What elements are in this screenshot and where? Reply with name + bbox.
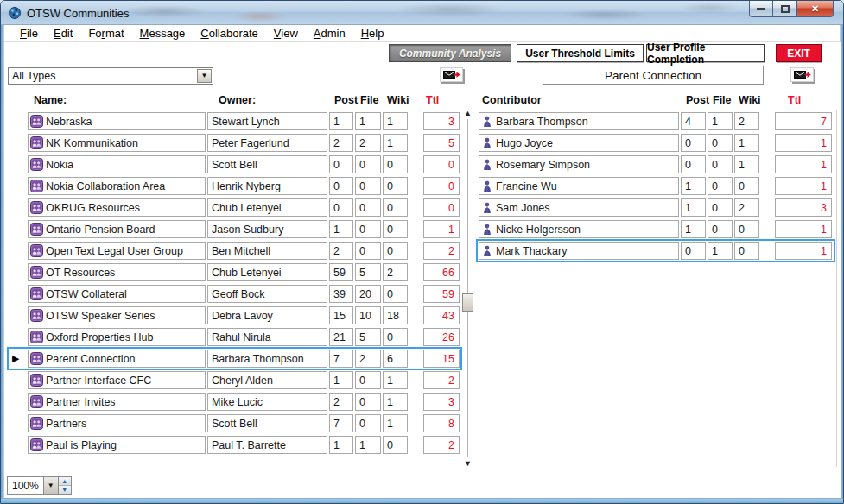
contributor-row[interactable]: Mark Thackary 0 1 0 1 bbox=[479, 242, 833, 260]
community-row[interactable]: Nokia Scott Bell 0 0 0 0 bbox=[10, 155, 460, 173]
header-wiki: Wiki bbox=[734, 94, 759, 106]
wiki-cell: 0 bbox=[383, 328, 408, 346]
zoom-dropdown-button[interactable]: ▼ bbox=[43, 477, 58, 494]
post-cell: 39 bbox=[329, 285, 353, 303]
contributor-row[interactable]: Hugo Joyce 0 0 1 1 bbox=[479, 134, 833, 152]
wiki-cell: 0 bbox=[734, 242, 759, 260]
wiki-cell: 0 bbox=[383, 285, 408, 303]
total-cell: 26 bbox=[423, 328, 460, 346]
total-cell: 59 bbox=[423, 285, 460, 303]
community-row[interactable]: ▶ Parent Connection Barbara Thompson 7 2… bbox=[10, 350, 460, 368]
post-cell: 2 bbox=[329, 393, 353, 411]
community-row[interactable]: Partner Invites Mike Lucic 2 0 1 3 bbox=[10, 393, 460, 411]
contributor-row[interactable]: Nicke Holgersson 1 0 0 1 bbox=[479, 220, 833, 238]
communities-scrollbar[interactable]: ▲ ▼ bbox=[461, 109, 474, 468]
post-cell: 21 bbox=[329, 328, 353, 346]
menu-help[interactable]: Help bbox=[353, 27, 392, 40]
send-mail-left-button[interactable] bbox=[440, 67, 463, 82]
file-cell: 0 bbox=[355, 414, 381, 432]
minimize-button[interactable] bbox=[749, 1, 773, 17]
community-row[interactable]: Partners Scott Bell 7 0 1 8 bbox=[10, 414, 460, 432]
community-row[interactable]: OTSW Collateral Geoff Bock 39 20 0 59 bbox=[10, 285, 460, 303]
community-row[interactable]: Oxford Properties Hub Rahul Nirula 21 5 … bbox=[10, 328, 460, 346]
wiki-cell: 1 bbox=[734, 155, 759, 173]
owner-cell: Barbara Thompson bbox=[207, 350, 327, 368]
menu-admin[interactable]: Admin bbox=[306, 27, 353, 40]
type-filter-combobox[interactable]: All Types ▼ bbox=[8, 67, 213, 85]
file-cell: 0 bbox=[708, 220, 733, 238]
owner-cell: Henrik Nyberg bbox=[207, 177, 327, 195]
community-row[interactable]: Partner Interface CFC Cheryl Alden 1 0 1… bbox=[10, 371, 460, 389]
wiki-count: 0 bbox=[387, 439, 393, 451]
wiki-cell: 0 bbox=[383, 198, 408, 217]
owner-name: Geoff Bock bbox=[212, 288, 265, 300]
owner-name: Chub Letenyei bbox=[212, 267, 282, 279]
header-name: Name: bbox=[28, 94, 206, 106]
owner-name: Chub Letenyei bbox=[212, 202, 282, 214]
close-button[interactable]: ✕ bbox=[797, 1, 834, 17]
contributors-table-header: Contributor Post File Wiki Ttl bbox=[479, 94, 833, 106]
total-cell: 43 bbox=[423, 306, 460, 324]
spinner-up-icon[interactable]: ▲ bbox=[59, 477, 71, 486]
wiki-count: 2 bbox=[387, 267, 393, 279]
zoom-control[interactable]: 100% ▼ ▲ ▼ bbox=[7, 476, 72, 495]
file-count: 2 bbox=[359, 353, 365, 365]
menu-bar: FileEditFormatMessageCollaborateViewAdmi… bbox=[4, 25, 841, 42]
total-cell: 5 bbox=[423, 134, 460, 152]
total-cell: 2 bbox=[423, 371, 460, 389]
owner-cell: Stewart Lynch bbox=[207, 112, 327, 130]
tab-user-profile-completion[interactable]: User Profile Completion bbox=[646, 44, 765, 62]
maximize-button[interactable] bbox=[773, 1, 797, 17]
spinner-down-icon[interactable]: ▼ bbox=[59, 486, 71, 494]
community-row[interactable]: Open Text Legal User Group Ben Mitchell … bbox=[10, 242, 460, 260]
tab-community-analysis[interactable]: Community Analysis bbox=[389, 44, 511, 62]
send-mail-right-button[interactable] bbox=[790, 67, 814, 82]
chevron-down-icon[interactable]: ▼ bbox=[197, 69, 212, 83]
community-row[interactable]: OT Resources Chub Letenyei 59 5 2 66 bbox=[10, 263, 460, 281]
communities-table: Nebraska Stewart Lynch 1 1 1 3 NK Kommun… bbox=[10, 112, 460, 457]
scroll-up-icon[interactable]: ▲ bbox=[463, 109, 473, 117]
menu-edit[interactable]: Edit bbox=[46, 27, 80, 40]
scrollbar-thumb[interactable] bbox=[462, 293, 473, 312]
wiki-cell: 6 bbox=[383, 350, 408, 368]
community-row[interactable]: Nokia Collaboration Area Henrik Nyberg 0… bbox=[10, 177, 460, 195]
contributor-row[interactable]: Rosemary Simpson 0 0 1 1 bbox=[479, 155, 833, 173]
contributor-row[interactable]: Sam Jones 1 0 2 3 bbox=[479, 198, 833, 217]
menu-file[interactable]: File bbox=[12, 27, 46, 40]
wiki-count: 0 bbox=[387, 180, 393, 192]
total-count: 5 bbox=[448, 137, 454, 149]
contributor-row[interactable]: Barbara Thompson 4 1 2 7 bbox=[479, 112, 833, 130]
wiki-cell: 18 bbox=[383, 306, 408, 324]
total-count: 0 bbox=[448, 159, 454, 171]
file-cell: 5 bbox=[355, 263, 381, 281]
header-ttl: Ttl bbox=[423, 94, 460, 106]
menu-view[interactable]: View bbox=[266, 27, 306, 40]
wiki-count: 0 bbox=[739, 180, 745, 192]
contributor-row[interactable]: Francine Wu 1 0 0 1 bbox=[479, 177, 833, 195]
post-cell: 4 bbox=[681, 112, 706, 130]
total-cell: 7 bbox=[775, 112, 832, 130]
menu-format[interactable]: Format bbox=[80, 27, 131, 40]
person-icon bbox=[483, 180, 492, 192]
community-row[interactable]: OKRUG Resources Chub Letenyei 0 0 0 0 bbox=[10, 198, 460, 217]
post-cell: 1 bbox=[329, 436, 353, 454]
scrollbar-track[interactable] bbox=[467, 119, 468, 457]
owner-cell: Chub Letenyei bbox=[207, 263, 327, 281]
community-row[interactable]: Nebraska Stewart Lynch 1 1 1 3 bbox=[10, 112, 460, 130]
tab-user-threshold-limits[interactable]: User Threshold Limits bbox=[517, 44, 644, 62]
menu-collaborate[interactable]: Collaborate bbox=[193, 27, 266, 40]
zoom-spinner[interactable]: ▲ ▼ bbox=[58, 477, 71, 494]
post-cell: 1 bbox=[681, 220, 706, 238]
owner-cell: Cheryl Alden bbox=[207, 371, 327, 389]
menu-message[interactable]: Message bbox=[132, 27, 194, 40]
post-cell: 0 bbox=[329, 177, 353, 195]
community-row[interactable]: Ontario Pension Board Jason Sudbury 1 0 … bbox=[10, 220, 460, 238]
selected-community-field[interactable]: Parent Connection bbox=[543, 66, 764, 85]
community-row[interactable]: NK Kommunikation Peter Fagerlund 2 2 1 5 bbox=[10, 134, 460, 152]
community-row[interactable]: OTSW Speaker Series Debra Lavoy 15 10 18… bbox=[10, 306, 460, 324]
community-row[interactable]: Paul is Playing Paul T. Barrette 1 1 0 2 bbox=[10, 436, 460, 454]
contributor-name-cell: Francine Wu bbox=[479, 177, 679, 195]
scroll-down-icon[interactable]: ▼ bbox=[463, 459, 473, 468]
exit-button[interactable]: EXIT bbox=[776, 44, 822, 62]
total-count: 8 bbox=[448, 418, 454, 430]
